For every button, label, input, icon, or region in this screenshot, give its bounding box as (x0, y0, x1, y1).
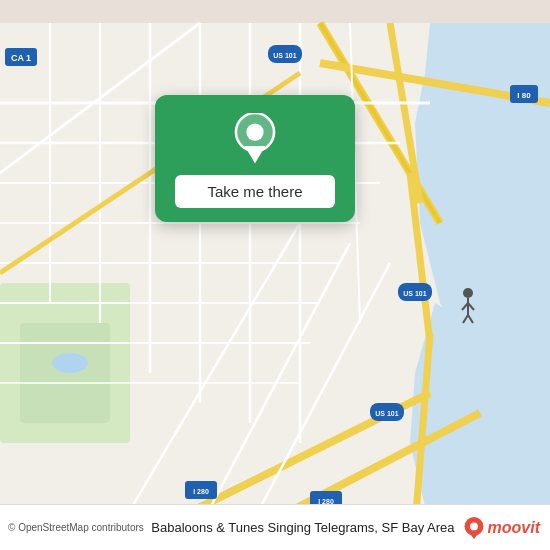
svg-text:I 80: I 80 (517, 91, 531, 100)
moovit-label: moovit (488, 519, 540, 537)
svg-text:US 101: US 101 (375, 410, 398, 417)
location-name: Babaloons & Tunes Singing Telegrams, SF … (151, 520, 454, 535)
bottom-right: Babaloons & Tunes Singing Telegrams, SF … (151, 517, 540, 539)
svg-text:I 280: I 280 (193, 488, 209, 495)
svg-text:CA 1: CA 1 (11, 53, 31, 63)
svg-rect-4 (20, 323, 110, 423)
attribution-text: © OpenStreetMap contributors (8, 522, 144, 533)
location-popup: Take me there (155, 95, 355, 222)
svg-marker-61 (469, 532, 478, 538)
map-background: CA 1 US 101 US 101 US 101 I 80 I 280 I 2… (0, 0, 550, 550)
svg-point-5 (52, 353, 88, 373)
bottom-left: © OpenStreetMap contributors (8, 522, 144, 533)
svg-text:US 101: US 101 (273, 52, 296, 59)
take-me-there-button[interactable]: Take me there (175, 175, 335, 208)
bottom-bar: © OpenStreetMap contributors Babaloons &… (0, 504, 550, 550)
map-container: CA 1 US 101 US 101 US 101 I 80 I 280 I 2… (0, 0, 550, 550)
svg-marker-58 (248, 148, 262, 164)
svg-point-60 (470, 522, 478, 530)
svg-point-48 (463, 288, 473, 298)
svg-text:US 101: US 101 (403, 290, 426, 297)
location-pin-icon (229, 113, 281, 165)
svg-point-56 (246, 123, 263, 140)
moovit-pin-icon (463, 517, 485, 539)
moovit-logo: moovit (463, 517, 540, 539)
